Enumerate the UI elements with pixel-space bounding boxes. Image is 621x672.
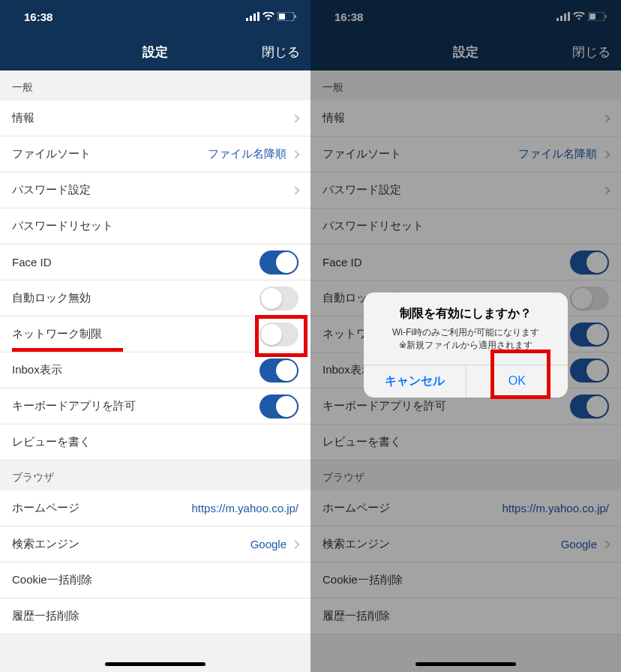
toggle-keyboard-allow[interactable] [260, 394, 298, 418]
row-filesort[interactable]: ファイルソート ファイル名降順 [0, 136, 310, 172]
toggle-inbox[interactable] [260, 358, 298, 382]
svg-rect-5 [279, 14, 285, 20]
row-label: ファイルソート [12, 147, 91, 161]
close-button[interactable]: 閉じる [262, 44, 300, 61]
row-autolock: 自動ロック無効 [0, 280, 310, 316]
row-value: ファイル名降順 [208, 147, 286, 161]
row-label: ホームページ [12, 501, 80, 515]
row-label: 情報 [12, 111, 34, 125]
section-header-general: 一般 [0, 70, 310, 100]
svg-rect-0 [246, 18, 248, 21]
svg-rect-2 [254, 14, 256, 21]
row-value: https://m.yahoo.co.jp/ [191, 502, 298, 514]
home-indicator [105, 662, 206, 666]
row-keyboard-allow: キーボードアプリを許可 [0, 388, 310, 424]
row-password-reset[interactable]: パスワードリセット [0, 208, 310, 244]
row-write-review[interactable]: レビューを書く [0, 424, 310, 460]
row-label: 検索エンジン [12, 537, 80, 551]
section-header-browser: ブラウザ [0, 460, 310, 490]
svg-rect-1 [250, 16, 252, 21]
status-bar: 16:38 [0, 0, 310, 33]
svg-rect-3 [257, 12, 260, 21]
row-label: Cookie一括削除 [12, 573, 92, 587]
nav-bar: 設定 閉じる [0, 33, 310, 70]
row-info[interactable]: 情報 [0, 100, 310, 136]
screen-left: 16:38 設定 閉じる 一般 情報 ファイルソート ファイル名降順 パスワード… [0, 0, 310, 672]
highlight-box-toggle [255, 315, 308, 357]
toggle-autolock[interactable] [260, 286, 298, 310]
highlight-box-ok [490, 350, 550, 399]
row-label: 自動ロック無効 [12, 291, 91, 305]
signal-icon [246, 12, 260, 21]
wifi-icon [262, 12, 274, 21]
page-title: 設定 [142, 44, 168, 61]
toggle-faceid[interactable] [260, 250, 298, 274]
header: 16:38 設定 閉じる [0, 0, 310, 70]
chevron-right-icon [291, 114, 299, 122]
row-label: レビューを書く [12, 435, 91, 449]
chevron-right-icon [291, 150, 299, 158]
svg-rect-6 [295, 15, 296, 18]
row-search-engine[interactable]: 検索エンジン Google [0, 526, 310, 562]
row-homepage[interactable]: ホームページ https://m.yahoo.co.jp/ [0, 490, 310, 526]
row-label: パスワードリセット [12, 219, 113, 233]
row-label: キーボードアプリを許可 [12, 399, 136, 413]
row-label: パスワード設定 [12, 183, 91, 197]
row-value: Google [250, 538, 286, 550]
chevron-right-icon [291, 540, 299, 548]
row-label: Inbox表示 [12, 363, 62, 377]
status-time: 16:38 [14, 10, 52, 23]
row-cookie-clear[interactable]: Cookie一括削除 [0, 562, 310, 598]
screen-right: 16:38 設定 閉じる 一般 情報 ファイルソート ファイル名降順 パスワード… [310, 0, 621, 672]
row-label: 履歴一括削除 [12, 609, 80, 623]
row-label: Face ID [12, 256, 52, 268]
chevron-right-icon [291, 186, 299, 194]
status-icons [246, 12, 297, 21]
alert-cancel-button[interactable]: キャンセル [364, 365, 466, 398]
highlight-underline [12, 348, 123, 352]
row-faceid: Face ID [0, 244, 310, 280]
row-password-settings[interactable]: パスワード設定 [0, 172, 310, 208]
row-history-clear[interactable]: 履歴一括削除 [0, 598, 310, 634]
row-label: ネットワーク制限 [12, 327, 102, 341]
alert-title: 制限を有効にしますか？ [373, 306, 559, 322]
row-inbox: Inbox表示 [0, 352, 310, 388]
battery-icon [278, 12, 297, 21]
alert-message: Wi-Fi時のみご利用が可能になります ※新規ファイルから適用されます [373, 326, 559, 352]
